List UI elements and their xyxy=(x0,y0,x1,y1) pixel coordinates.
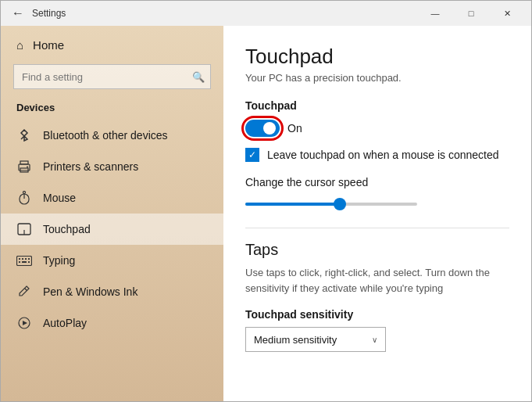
sidebar-item-typing[interactable]: Typing xyxy=(1,245,223,276)
pen-icon xyxy=(16,284,32,300)
home-label: Home xyxy=(33,38,64,52)
sidebar-item-home[interactable]: ⌂ Home xyxy=(1,26,223,58)
search-icon: 🔍 xyxy=(192,71,205,83)
svg-rect-10 xyxy=(19,258,20,260)
title-bar: ← Settings — □ ✕ xyxy=(1,1,531,26)
slider-filled xyxy=(245,203,340,206)
svg-point-3 xyxy=(27,167,28,168)
sensitivity-label: Touchpad sensitivity xyxy=(245,308,509,321)
svg-rect-15 xyxy=(22,261,27,263)
sidebar-item-autoplay[interactable]: AutoPlay xyxy=(1,307,223,339)
svg-point-6 xyxy=(23,192,26,194)
svg-rect-16 xyxy=(28,261,30,263)
slider-thumb[interactable] xyxy=(334,198,346,210)
toggle-track xyxy=(245,120,280,137)
page-subtitle: Your PC has a precision touchpad. xyxy=(245,72,509,84)
main-layout: ⌂ Home 🔍 Devices Bluetooth & other devic… xyxy=(1,26,531,401)
leave-touchpad-checkbox[interactable]: ✓ xyxy=(245,148,259,162)
leave-touchpad-row: ✓ Leave touchpad on when a mouse is conn… xyxy=(245,148,509,162)
sidebar-section-title: Devices xyxy=(1,99,223,120)
toggle-label: On xyxy=(287,122,302,135)
checkmark-icon: ✓ xyxy=(248,150,256,160)
sidebar: ⌂ Home 🔍 Devices Bluetooth & other devic… xyxy=(1,26,223,401)
autoplay-icon xyxy=(16,315,32,331)
touchpad-section-label: Touchpad xyxy=(245,99,509,112)
content-area: Touchpad Your PC has a precision touchpa… xyxy=(223,26,531,401)
bluetooth-label: Bluetooth & other devices xyxy=(43,129,168,142)
svg-rect-11 xyxy=(22,258,23,260)
dropdown-arrow-icon: ∨ xyxy=(372,336,377,344)
touchpad-toggle-row: On xyxy=(245,120,509,137)
sidebar-item-bluetooth[interactable]: Bluetooth & other devices xyxy=(1,120,223,151)
search-input[interactable] xyxy=(13,64,211,89)
taps-description: Use taps to click, right-click, and sele… xyxy=(245,265,509,296)
minimize-button[interactable]: — xyxy=(417,1,453,26)
touchpad-label: Touchpad xyxy=(43,223,91,235)
cursor-speed-label: Change the cursor speed xyxy=(245,176,509,188)
printers-label: Printers & scanners xyxy=(43,160,138,173)
search-container: 🔍 xyxy=(13,64,211,89)
cursor-speed-slider-container xyxy=(245,196,509,212)
section-divider xyxy=(245,228,509,228)
sensitivity-value: Medium sensitivity xyxy=(254,334,337,346)
svg-line-17 xyxy=(25,289,27,291)
svg-marker-19 xyxy=(23,321,27,325)
back-icon: ← xyxy=(12,6,24,20)
toggle-thumb xyxy=(263,122,276,135)
window-controls: — □ ✕ xyxy=(417,1,525,26)
taps-title: Taps xyxy=(245,241,509,259)
bluetooth-icon xyxy=(16,127,32,143)
svg-rect-14 xyxy=(19,261,20,263)
pen-label: Pen & Windows Ink xyxy=(43,285,137,298)
page-title: Touchpad xyxy=(245,45,509,69)
touchpad-toggle[interactable] xyxy=(245,120,280,137)
sidebar-item-mouse[interactable]: Mouse xyxy=(1,182,223,214)
svg-rect-12 xyxy=(25,258,27,260)
keyboard-icon xyxy=(16,253,32,268)
mouse-icon xyxy=(16,190,32,206)
printer-icon xyxy=(16,159,32,174)
typing-label: Typing xyxy=(43,254,75,267)
svg-rect-13 xyxy=(28,258,30,260)
mouse-label: Mouse xyxy=(43,192,76,204)
sidebar-item-touchpad[interactable]: Touchpad xyxy=(1,214,223,245)
slider-track xyxy=(245,203,417,206)
autoplay-label: AutoPlay xyxy=(43,317,87,329)
back-button[interactable]: ← xyxy=(7,2,29,24)
svg-rect-1 xyxy=(20,161,28,164)
maximize-button[interactable]: □ xyxy=(453,1,489,26)
sensitivity-dropdown[interactable]: Medium sensitivity ∨ xyxy=(245,327,386,352)
close-button[interactable]: ✕ xyxy=(489,1,525,26)
settings-window: ← Settings — □ ✕ ⌂ Home 🔍 xyxy=(0,0,532,402)
sidebar-item-pen[interactable]: Pen & Windows Ink xyxy=(1,276,223,307)
cursor-speed-section: Change the cursor speed xyxy=(245,176,509,212)
touchpad-icon xyxy=(16,221,32,237)
home-icon: ⌂ xyxy=(16,38,23,52)
sidebar-item-printers[interactable]: Printers & scanners xyxy=(1,151,223,182)
svg-rect-9 xyxy=(17,256,32,265)
leave-touchpad-label: Leave touchpad on when a mouse is connec… xyxy=(267,149,499,161)
window-title: Settings xyxy=(29,8,417,19)
